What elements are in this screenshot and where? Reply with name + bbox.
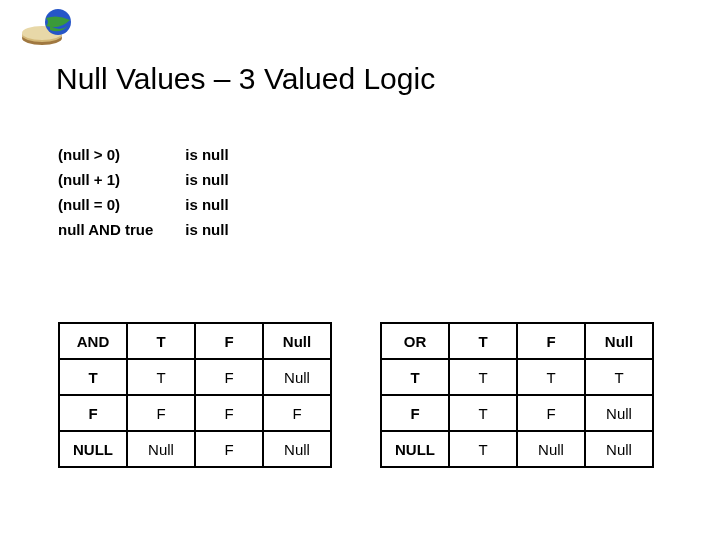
cell: Null	[517, 431, 585, 467]
expression-rhs: is null	[185, 142, 260, 167]
row-header: T	[59, 359, 127, 395]
col-header: T	[449, 323, 517, 359]
cell: F	[127, 395, 195, 431]
expression-rhs: is null	[185, 217, 260, 242]
null-expression-list: (null > 0) is null (null + 1) is null (n…	[58, 142, 261, 242]
cell: F	[263, 395, 331, 431]
expression-row: (null > 0) is null	[58, 142, 261, 167]
or-truth-table: OR T F Null T T T T F T F Null NULL T Nu…	[380, 322, 654, 468]
cell: Null	[263, 359, 331, 395]
cell: Null	[263, 431, 331, 467]
cell: Null	[127, 431, 195, 467]
col-header: F	[195, 323, 263, 359]
col-header: F	[517, 323, 585, 359]
cell: T	[127, 359, 195, 395]
cell: F	[195, 359, 263, 395]
cell: Null	[585, 395, 653, 431]
col-header: T	[127, 323, 195, 359]
slide-title: Null Values – 3 Valued Logic	[56, 62, 435, 96]
row-header: F	[381, 395, 449, 431]
cell: Null	[585, 431, 653, 467]
expression-row: (null = 0) is null	[58, 192, 261, 217]
cell: F	[195, 431, 263, 467]
expression-lhs: (null > 0)	[58, 142, 185, 167]
operator-label: AND	[59, 323, 127, 359]
cell: T	[517, 359, 585, 395]
row-header: F	[59, 395, 127, 431]
operator-label: OR	[381, 323, 449, 359]
expression-lhs: (null + 1)	[58, 167, 185, 192]
expression-row: (null + 1) is null	[58, 167, 261, 192]
database-globe-icon	[20, 8, 76, 48]
cell: T	[449, 395, 517, 431]
and-truth-table: AND T F Null T T F Null F F F F NULL Nul…	[58, 322, 332, 468]
expression-lhs: (null = 0)	[58, 192, 185, 217]
cell: T	[449, 359, 517, 395]
expression-rhs: is null	[185, 167, 260, 192]
row-header: T	[381, 359, 449, 395]
expression-rhs: is null	[185, 192, 260, 217]
row-header: NULL	[59, 431, 127, 467]
cell: F	[517, 395, 585, 431]
col-header: Null	[263, 323, 331, 359]
cell: F	[195, 395, 263, 431]
expression-row: null AND true is null	[58, 217, 261, 242]
expression-lhs: null AND true	[58, 217, 185, 242]
cell: T	[585, 359, 653, 395]
row-header: NULL	[381, 431, 449, 467]
col-header: Null	[585, 323, 653, 359]
cell: T	[449, 431, 517, 467]
